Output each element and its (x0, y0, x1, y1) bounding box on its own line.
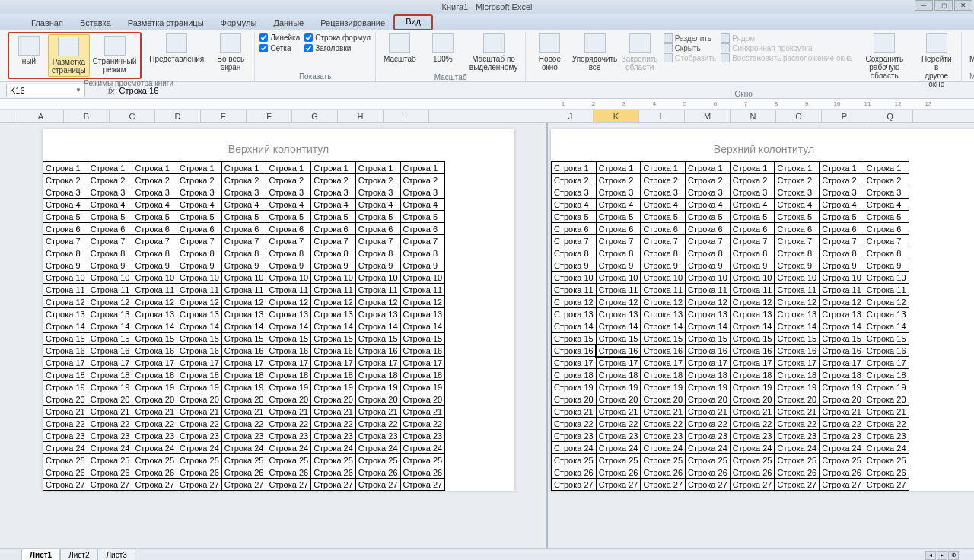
cell[interactable]: Строка 15 (132, 332, 177, 345)
formula-value[interactable]: Строка 16 (119, 86, 159, 95)
cell[interactable]: Строка 16 (355, 345, 400, 357)
cell[interactable]: Строка 5 (177, 211, 222, 223)
cell[interactable]: Строка 12 (88, 296, 132, 308)
cell[interactable]: Строка 15 (730, 332, 775, 345)
cell[interactable]: Строка 26 (552, 466, 597, 479)
cell[interactable]: Строка 27 (686, 479, 730, 491)
tab-Вставка[interactable]: Вставка (72, 15, 119, 30)
cell[interactable]: Строка 27 (221, 479, 266, 491)
cell[interactable]: Строка 19 (775, 381, 820, 393)
zoom-100-btn[interactable]: 100% (424, 32, 462, 65)
chk-gridlines[interactable]: Сетка (259, 44, 300, 52)
cell[interactable]: Строка 25 (221, 454, 266, 466)
cell[interactable]: Строка 26 (820, 466, 864, 479)
cell[interactable]: Строка 23 (266, 430, 311, 442)
pane-right[interactable]: Верхний колонтитул Строка 1Строка 1Строк… (548, 123, 974, 548)
cell[interactable]: Строка 17 (596, 357, 641, 369)
cell[interactable]: Строка 1 (820, 162, 864, 174)
cell[interactable]: Строка 4 (552, 199, 597, 211)
cell[interactable]: Строка 5 (730, 211, 775, 223)
cell[interactable]: Строка 1 (400, 162, 445, 174)
cell[interactable]: Строка 5 (775, 211, 820, 223)
cell[interactable]: Строка 10 (596, 272, 641, 284)
tab-Разметка страницы[interactable]: Разметка страницы (119, 15, 212, 30)
cell[interactable]: Строка 27 (552, 479, 597, 491)
cell[interactable]: Строка 4 (820, 199, 864, 211)
cell[interactable]: Строка 9 (311, 259, 356, 272)
cell[interactable]: Строка 8 (311, 247, 356, 259)
freeze-btn[interactable]: Закрепить области (621, 32, 659, 73)
cell[interactable]: Строка 12 (820, 296, 864, 308)
cell[interactable]: Строка 15 (775, 332, 820, 345)
cell[interactable]: Строка 23 (596, 430, 641, 442)
cell[interactable]: Строка 10 (820, 272, 864, 284)
cell[interactable]: Строка 1 (177, 162, 222, 174)
cell[interactable]: Строка 12 (43, 296, 88, 308)
cell[interactable]: Строка 7 (864, 235, 909, 247)
cell[interactable]: Строка 27 (355, 479, 400, 491)
cell[interactable]: Строка 3 (775, 186, 820, 199)
cell[interactable]: Строка 10 (266, 272, 311, 284)
cell[interactable]: Строка 1 (88, 162, 132, 174)
cell[interactable]: Строка 12 (311, 296, 356, 308)
cell[interactable]: Строка 22 (43, 418, 88, 430)
cell[interactable]: Строка 20 (177, 393, 222, 406)
new-window-btn[interactable]: Новое окно (530, 32, 568, 73)
cell[interactable]: Строка 14 (221, 320, 266, 332)
cell[interactable]: Строка 2 (88, 174, 132, 186)
cell[interactable]: Строка 20 (820, 393, 864, 406)
cell[interactable]: Строка 26 (864, 466, 909, 479)
cell[interactable]: Строка 24 (730, 442, 775, 454)
cell[interactable]: Строка 2 (552, 174, 597, 186)
cell[interactable]: Строка 25 (266, 454, 311, 466)
col-Q[interactable]: Q (867, 110, 913, 123)
cell[interactable]: Строка 19 (686, 381, 730, 393)
cell[interactable]: Строка 27 (88, 479, 132, 491)
cell[interactable]: Строка 17 (641, 357, 686, 369)
cell[interactable]: Строка 1 (730, 162, 775, 174)
cell[interactable]: Строка 15 (820, 332, 864, 345)
tab-Вид[interactable]: Вид (393, 14, 433, 30)
col-P[interactable]: P (822, 110, 867, 123)
cell[interactable]: Строка 2 (775, 174, 820, 186)
cell[interactable]: Строка 14 (864, 320, 909, 332)
cell[interactable]: Строка 24 (88, 442, 132, 454)
cell[interactable]: Строка 14 (43, 320, 88, 332)
cell[interactable]: Строка 24 (686, 442, 730, 454)
cell[interactable]: Строка 10 (686, 272, 730, 284)
cell[interactable]: Строка 15 (43, 332, 88, 345)
cell[interactable]: Строка 3 (400, 186, 445, 199)
cell[interactable]: Строка 16 (686, 345, 730, 357)
cell[interactable]: Строка 11 (311, 284, 356, 296)
cell[interactable]: Строка 10 (311, 272, 356, 284)
cell[interactable]: Строка 5 (820, 211, 864, 223)
cell[interactable]: Строка 3 (730, 186, 775, 199)
cell[interactable]: Строка 3 (132, 186, 177, 199)
cell[interactable]: Строка 6 (177, 223, 222, 235)
cell[interactable]: Строка 27 (177, 479, 222, 491)
cell[interactable]: Строка 22 (730, 418, 775, 430)
col-J[interactable]: J (548, 110, 594, 123)
cell[interactable]: Строка 11 (686, 284, 730, 296)
cell[interactable]: Строка 14 (266, 320, 311, 332)
cell[interactable]: Строка 11 (730, 284, 775, 296)
arrange-btn[interactable]: Упорядочить все (573, 32, 616, 73)
cell[interactable]: Строка 21 (686, 406, 730, 418)
cell[interactable]: Строка 2 (596, 174, 641, 186)
cell[interactable]: Строка 11 (355, 284, 400, 296)
cell[interactable]: Строка 11 (132, 284, 177, 296)
cell[interactable]: Строка 6 (641, 223, 686, 235)
cell[interactable]: Строка 12 (355, 296, 400, 308)
cell[interactable]: Строка 13 (400, 308, 445, 320)
cell[interactable]: Строка 15 (311, 332, 356, 345)
cell[interactable]: Строка 11 (596, 284, 641, 296)
cell[interactable]: Строка 15 (177, 332, 222, 345)
cell[interactable]: Строка 25 (730, 454, 775, 466)
cell[interactable]: Строка 12 (177, 296, 222, 308)
cell[interactable]: Строка 22 (266, 418, 311, 430)
cell[interactable]: Строка 20 (88, 393, 132, 406)
cell[interactable]: Строка 6 (43, 223, 88, 235)
cell[interactable]: Строка 14 (775, 320, 820, 332)
cell[interactable]: Строка 14 (596, 320, 641, 332)
cell[interactable]: Строка 2 (43, 174, 88, 186)
